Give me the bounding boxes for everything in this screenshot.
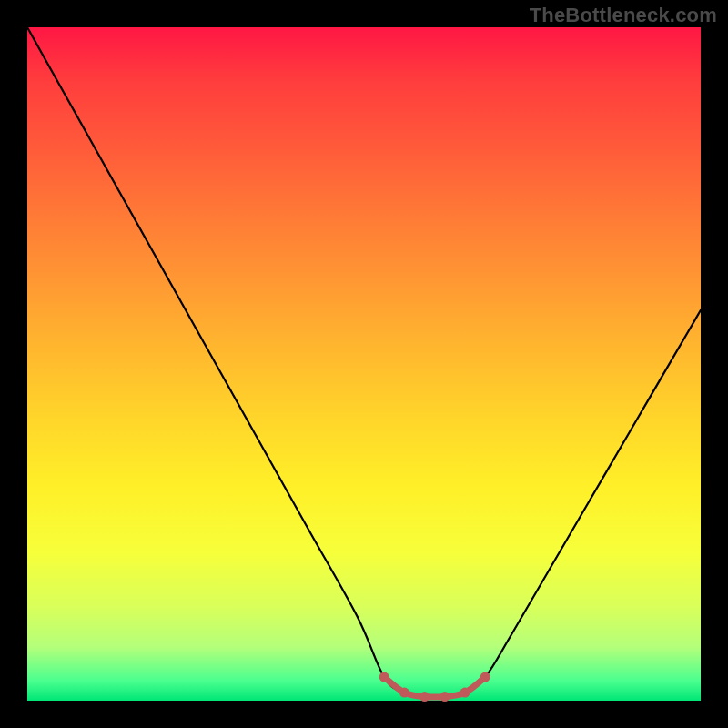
curve-svg (27, 27, 701, 701)
valley-dot (379, 672, 389, 682)
plot-area (27, 27, 701, 701)
bottleneck-curve (27, 27, 701, 697)
valley-dot (420, 692, 430, 702)
valley-dot (460, 688, 470, 698)
valley-dot (480, 672, 490, 682)
valley-dot (440, 692, 450, 702)
chart-frame: TheBottleneck.com (0, 0, 728, 728)
valley-floor-segment (384, 677, 485, 697)
watermark-text: TheBottleneck.com (530, 4, 717, 27)
valley-dot (399, 688, 410, 698)
